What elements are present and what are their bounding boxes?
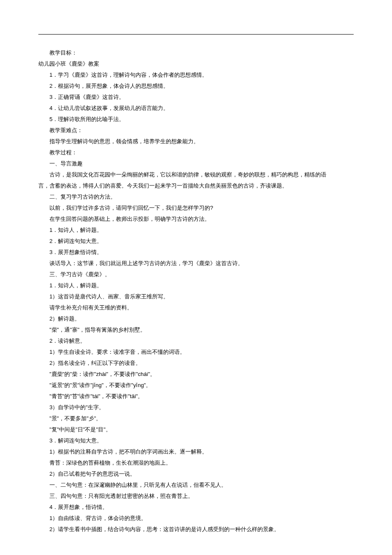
text-line: 教学目标： — [38, 47, 354, 58]
text-line: 1）自由练读、背古诗，体会诗的意境。 — [38, 513, 354, 524]
document-page: 教学目标：幼儿园小班《鹿柴》教案1．学习《鹿柴》这首诗，理解诗句内容，体会作者的… — [0, 0, 392, 555]
text-line: 2．读诗解意。 — [38, 335, 354, 347]
text-line: 教学过程： — [38, 147, 354, 158]
text-line: 一、导言激趣 — [38, 158, 354, 169]
text-line: 1）学生自读全诗。要求：读准字音，画出不懂的词语。 — [38, 347, 354, 358]
text-line: "青苔"的"苔"读作"tái"，不要读作"tāi"。 — [38, 391, 354, 402]
text-line: 1．知诗人，解诗题。 — [38, 225, 354, 236]
text-line: 言，含蓄的表达，博得人们的喜爱。今天我们一起来学习一首描绘大自然美丽景色的古诗，… — [38, 180, 354, 191]
document-content: 教学目标：幼儿园小班《鹿柴》教案1．学习《鹿柴》这首诗，理解诗句内容，体会作者的… — [38, 47, 354, 535]
text-line: "复"中间是"日"不是"目"。 — [38, 424, 354, 435]
top-divider — [38, 34, 354, 35]
text-line: 4．展开想象，悟诗情。 — [38, 502, 354, 513]
text-line: 1）根据书的注释自学古诗，把不明白的字词画出来。逐一解释。 — [38, 446, 354, 457]
text-line: 三、学习古诗《鹿柴》。 — [38, 269, 354, 280]
text-line: 3）自学诗中的"生字。 — [38, 402, 354, 413]
text-line: "景"，不要多加"彡"。 — [38, 413, 354, 424]
text-line: 2．根据诗句，展开想象，体会诗人的思想感情。 — [38, 81, 354, 92]
text-line: "返景"的"景"读作"jǐng"，不要读作"yǐng"。 — [38, 380, 354, 391]
text-line: 以前，我们学过许多古诗，请同学们回忆一下，我们是怎样学习的? — [38, 202, 354, 214]
text-line: 谈话导入：这节课，我们就运用上述学习古诗的方法，学习《鹿柴》这首古诗。 — [38, 258, 354, 269]
text-line: 青苔：深绿色的苔藓植物，生长在潮湿的地面上。 — [38, 457, 354, 468]
text-line: 教学重难点： — [38, 125, 354, 136]
text-line: 在学生回答问题的基础上，教师出示投影，明确学习古诗的方法。 — [38, 214, 354, 225]
text-line: 4．让幼儿尝试叙述故事，发展幼儿的语言能力。 — [38, 103, 354, 114]
text-line: 古诗，是我国文化百花园中一朵绚丽的鲜花，它以和谐的韵律，敏锐的观察，奇妙的联想，… — [38, 169, 354, 180]
text-line: 2）请学生看书中插图，结合诗句内容，思考：这首诗讲的是诗人感受到的一种什么样的景… — [38, 524, 354, 535]
text-line: 3．正确背诵《鹿柴》这首诗。 — [38, 92, 354, 103]
text-line: 3．解词连句知大意。 — [38, 435, 354, 446]
text-line: 二、复习学习古诗的方法。 — [38, 191, 354, 202]
text-line: 一、二句句意：在深邃幽静的山林里，只听见有人在说话，但看不见人。 — [38, 480, 354, 491]
text-line: 指导学生理解诗句的意思，领会情感，培养学生的想象能力。 — [38, 136, 354, 147]
text-line: 2）指名读全诗，纠正以下字的读音。 — [38, 358, 354, 369]
text-line: 1．学习《鹿柴》这首诗，理解诗句内容，体会作者的思想感情。 — [38, 69, 354, 81]
text-line: 2）自己试着把句子的意思说一说。 — [38, 468, 354, 480]
text-line: "鹿柴"的"柴：读作"zhài"，不要读作"chái"。 — [38, 369, 354, 380]
text-line: 2．解词连句知大意。 — [38, 236, 354, 247]
text-line: 三、四句句意：只有阳光透射过密密的丛林，照在青苔上。 — [38, 491, 354, 502]
text-line: 幼儿园小班《鹿柴》教案 — [38, 58, 354, 69]
text-line: 1）这首诗是唐代诗人、画家、音乐家王维所写。 — [38, 291, 354, 302]
text-line: 1．知诗人，解诗题。 — [38, 280, 354, 291]
text-line: 请学生补充介绍有关王维的资料。 — [38, 302, 354, 313]
text-line: 3．展开想象悟诗情。 — [38, 247, 354, 258]
text-line: 2）解诗题。 — [38, 313, 354, 324]
text-line: "柴"，通"寨"，指导有篱落的乡村别墅。 — [38, 324, 354, 335]
text-line: 5．理解诗歌所用的比喻手法。 — [38, 114, 354, 125]
